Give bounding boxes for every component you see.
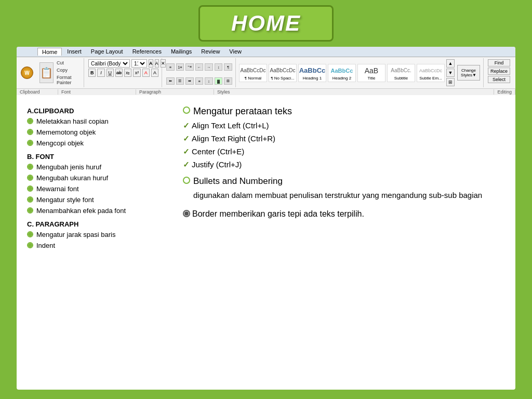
decrease-indent-button[interactable]: ← (195, 63, 204, 71)
font-size-select[interactable]: 11 (131, 59, 147, 68)
checkmark-icon: ✓ (183, 159, 190, 170)
page-title: HOME (231, 11, 301, 36)
select-button[interactable]: Select (488, 76, 510, 83)
menu-home[interactable]: Home (37, 48, 62, 56)
style-normal[interactable]: AaBbCcDc ¶ Normal (239, 64, 267, 82)
replace-button[interactable]: Replace (488, 68, 510, 75)
border-section: Border memberikan garis tepi ada teks te… (183, 208, 505, 220)
menu-mailings[interactable]: Mailings (167, 48, 196, 56)
paragraph-label: Paragraph (136, 89, 214, 95)
bullets-button[interactable]: ≡ (166, 63, 175, 71)
style-no-spacing[interactable]: AaBbCcDc ¶ No Spaci... (269, 64, 297, 82)
style-normal-preview: AaBbCcDc (241, 65, 266, 76)
font-name-select[interactable]: Calibri (Body) (88, 59, 130, 68)
change-styles-button[interactable]: ChangeStyles▼ (457, 65, 480, 81)
align-justify-item: ✓ Justify (Ctrl+J) (183, 159, 505, 170)
checkmark-icon: ✓ (183, 120, 190, 131)
styles-scroll-up[interactable]: ▲ (446, 59, 455, 68)
bullet-icon (27, 231, 33, 237)
clipboard-small-buttons: Cut Copy Format Painter (56, 60, 81, 86)
style-heading2[interactable]: AaBbCc Heading 2 (328, 64, 356, 82)
style-no-spacing-label: ¶ No Spaci... (271, 76, 295, 81)
style-heading1-preview: AaBbCc (299, 65, 326, 76)
bullet-icon (27, 185, 33, 192)
align-center-item: ✓ Center (Ctrl+E) (183, 146, 505, 157)
list-item: Mengubah jenis huruf (27, 163, 172, 172)
paste-button[interactable]: 📋 (39, 62, 54, 83)
item-text: Mengcopi objek (36, 139, 84, 148)
office-button-area: W (19, 58, 35, 87)
bullet-icon (27, 164, 33, 170)
section-c-heading: C. PARAGRAPH (27, 220, 172, 228)
item-text: Mewarnai font (36, 184, 79, 194)
format-painter-button[interactable]: Format Painter (56, 74, 81, 86)
underline-button[interactable]: U (107, 69, 114, 77)
borders-button[interactable]: ⊞ (224, 77, 232, 85)
style-title[interactable]: AaB Title (357, 64, 385, 82)
paragraph-row2: ⬅ ☰ ➡ ≡ ↕ ▓ ⊞ (166, 76, 232, 86)
find-button[interactable]: Find (488, 59, 510, 66)
font-color-button[interactable]: A (151, 69, 158, 77)
item-text: Mengatur style font (36, 195, 94, 205)
sort-button[interactable]: ↕ (215, 63, 223, 71)
styles-more-button[interactable]: ⊞ (446, 78, 455, 86)
bullet-icon (27, 140, 33, 146)
align-bullet-icon (183, 107, 190, 114)
font-row2: B I U ab x₂ x² A A (88, 69, 158, 77)
cut-button[interactable]: Cut (56, 60, 81, 66)
list-item: Mewarnai font (27, 184, 172, 194)
style-subtle[interactable]: AaBbCcDc Subtle Em... (417, 64, 445, 82)
justify-button[interactable]: ≡ (195, 77, 204, 85)
style-subtitle[interactable]: AaBbCc. Subtitle (387, 64, 415, 82)
font-label: Font (58, 89, 136, 95)
style-title-preview: AaB (365, 65, 378, 76)
italic-button[interactable]: I (97, 69, 104, 77)
subscript-button[interactable]: x₂ (124, 69, 131, 77)
font-grow-button[interactable]: A (149, 59, 153, 68)
increase-indent-button[interactable]: → (205, 63, 213, 71)
styles-scroll-area: ▲ ▼ ⊞ (446, 59, 455, 86)
show-hide-button[interactable]: ¶ (224, 63, 232, 71)
align-center-button[interactable]: ☰ (176, 77, 184, 85)
item-text: Mengubah jenis huruf (36, 163, 101, 172)
bold-button[interactable]: B (88, 69, 96, 77)
list-item: Menambahkan efek pada font (27, 206, 172, 216)
multilevel-list-button[interactable]: ⁼≡ (185, 63, 194, 71)
clipboard-label: Clipboard (17, 89, 58, 95)
list-item: Mememotong objek (27, 128, 172, 137)
align-left-button[interactable]: ⬅ (166, 77, 175, 85)
menu-references[interactable]: References (128, 48, 166, 56)
style-heading2-label: Heading 2 (332, 76, 351, 81)
clipboard-group: 📋 Cut Copy Format Painter (36, 58, 84, 87)
copy-button[interactable]: Copy (56, 67, 81, 73)
font-shrink-button[interactable]: A (155, 59, 159, 68)
office-button[interactable]: W (21, 66, 33, 79)
styles-scroll-down[interactable]: ▼ (446, 69, 455, 77)
style-heading1-label: Heading 1 (303, 76, 322, 81)
paragraph-row1: ≡ 1≡ ⁼≡ ← → ↕ ¶ (166, 59, 232, 75)
text-highlight-button[interactable]: A (142, 69, 150, 77)
superscript-button[interactable]: x² (133, 69, 140, 77)
align-heading-item: Mengatur perataan teks (183, 105, 505, 118)
align-right-button[interactable]: ➡ (185, 77, 194, 85)
bullets-heading: Bullets and Numbering (193, 175, 283, 188)
list-item: Indent (27, 241, 172, 250)
line-spacing-button[interactable]: ↕ (205, 77, 213, 85)
style-subtitle-preview: AaBbCc. (391, 65, 411, 76)
styles-label: Styles (214, 89, 494, 95)
font-group: Calibri (Body) 11 A A ✕ B I U ab x₂ x² (85, 58, 162, 87)
style-heading1[interactable]: AaBbCc Heading 1 (298, 64, 326, 82)
section-b-heading: B. FONT (27, 153, 172, 161)
strikethrough-button[interactable]: ab (115, 69, 123, 77)
right-panel: Mengatur perataan teks ✓ Align Text Left… (183, 103, 505, 252)
menu-review[interactable]: Review (197, 48, 224, 56)
style-heading2-preview: AaBbCc (331, 65, 353, 76)
editing-group: Find Replace Select (485, 58, 513, 87)
list-item: Mengubah ukuran huruf (27, 174, 172, 183)
menu-insert[interactable]: Insert (63, 48, 86, 56)
menu-view[interactable]: View (225, 48, 246, 56)
menu-page-layout[interactable]: Page Layout (87, 48, 127, 56)
numbering-button[interactable]: 1≡ (176, 63, 184, 71)
ribbon: Home Insert Page Layout References Maili… (17, 47, 515, 95)
shading-button[interactable]: ▓ (215, 77, 223, 85)
